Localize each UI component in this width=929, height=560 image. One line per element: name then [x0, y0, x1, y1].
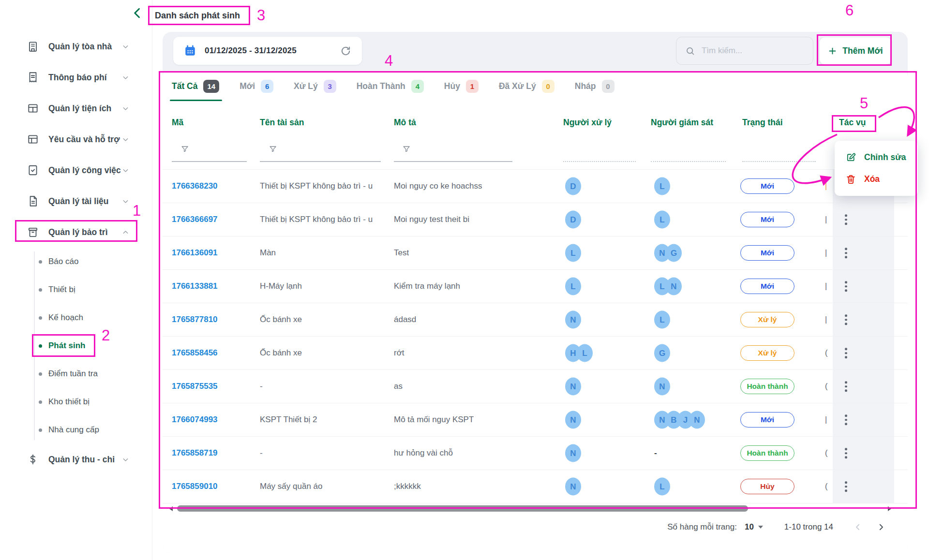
filter-input-status[interactable]	[742, 161, 816, 162]
search-input[interactable]	[702, 46, 798, 56]
row-code-link[interactable]: 1765858719	[172, 448, 218, 458]
rows-per-page-select[interactable]: 10	[745, 522, 763, 532]
horizontal-scrollbar[interactable]	[163, 505, 908, 513]
row-truncated-text: (	[825, 449, 827, 457]
row-description: rớt	[394, 348, 405, 358]
sidebar-subitem-kho-thiet-bi[interactable]: Kho thiết bị	[0, 388, 152, 416]
row-asset: -	[260, 382, 263, 391]
back-icon[interactable]	[131, 6, 145, 21]
sidebar-subitem-phat-sinh[interactable]: Phát sinh	[0, 332, 152, 360]
filter-input-handler[interactable]	[563, 161, 636, 162]
avatar: N	[666, 278, 682, 295]
table-icon	[27, 102, 39, 115]
sidebar-subitem-ke-hoach[interactable]: Kế hoạch	[0, 304, 152, 332]
bullet-icon	[39, 372, 42, 376]
tab-hoan-thanh[interactable]: Hoàn Thành4	[357, 71, 424, 101]
money-icon	[27, 453, 39, 466]
calendar-icon	[184, 44, 196, 57]
row-handlers: N	[565, 311, 581, 329]
row-code-link[interactable]: 1766366697	[172, 215, 218, 224]
row-code-link[interactable]: 1766074993	[172, 415, 218, 425]
sidebar-subitem-bao-cao[interactable]: Báo cáo	[0, 248, 152, 276]
row-context-menu: Chỉnh sửa Xóa	[835, 141, 918, 196]
row-code-link[interactable]: 1765875535	[172, 382, 218, 391]
sidebar-subitem-thiet-bi[interactable]: Thiết bị	[0, 276, 152, 304]
sidebar-item-quan-ly-tien-ich[interactable]: Quản lý tiện ích	[0, 93, 152, 124]
row-actions-kebab-button[interactable]	[843, 346, 849, 360]
row-actions-kebab-button[interactable]	[843, 312, 849, 327]
row-code-link[interactable]: 1765859010	[172, 482, 218, 491]
row-actions-kebab-button[interactable]	[843, 446, 849, 460]
row-truncated-text: |	[825, 215, 827, 224]
row-supervisors: L	[654, 311, 670, 329]
tab-xu-ly[interactable]: Xử Lý3	[294, 71, 336, 101]
column-header-status: Trạng thái	[742, 118, 783, 128]
sidebar-item-quan-ly-thu-chi[interactable]: Quản lý thu - chi	[0, 444, 152, 475]
search-box[interactable]	[676, 37, 813, 65]
row-actions-kebab-button[interactable]	[843, 479, 849, 494]
pagination-range: 1-10 trong 14	[784, 522, 833, 532]
sidebar-item-thong-bao-phi[interactable]: Thông báo phí	[0, 62, 152, 93]
row-description: as	[394, 382, 403, 391]
table-row: 1766368230Thiết bị KSPT không bảo trì - …	[163, 169, 908, 203]
filter-input-asset[interactable]	[260, 161, 381, 162]
filter-input-desc[interactable]	[394, 161, 512, 162]
tab-moi[interactable]: Mới6	[240, 71, 273, 101]
sidebar-subitem-nha-cung-cap[interactable]: Nhà cung cấp	[0, 416, 152, 444]
page-next-icon[interactable]	[877, 523, 885, 531]
tab-tat-ca[interactable]: Tất Cả14	[172, 71, 219, 101]
context-menu-delete[interactable]: Xóa	[835, 168, 918, 190]
row-code-link[interactable]: 1766368230	[172, 181, 218, 191]
tab-huy[interactable]: Hủy1	[444, 71, 479, 101]
filter-funnel-icon[interactable]	[180, 145, 190, 156]
sidebar-subitem-label: Báo cáo	[48, 257, 78, 266]
sidebar: Quản lý tòa nhàThông báo phíQuản lý tiện…	[0, 0, 152, 560]
archive-icon	[27, 226, 39, 238]
row-status: Mới	[740, 245, 794, 261]
rows-per-page-value: 10	[745, 522, 754, 532]
filter-input-code[interactable]	[172, 161, 247, 162]
avatar: L	[654, 177, 670, 195]
refresh-icon[interactable]	[340, 45, 351, 57]
row-status: Mới	[740, 279, 794, 294]
sidebar-subitem-diem-tuan-tra[interactable]: Điểm tuần tra	[0, 360, 152, 388]
actions-column-background	[833, 303, 894, 336]
table-row: 1766366697Thiết bị KSPT không bảo trì - …	[163, 203, 908, 236]
actions-column-background	[833, 270, 894, 303]
sidebar-item-yeu-cau-va-ho-tro[interactable]: Yêu cầu và hỗ trợ	[0, 124, 152, 155]
filter-funnel-icon[interactable]	[402, 145, 411, 156]
sidebar-submenu: Báo cáoThiết bịKế hoạchPhát sinhĐiểm tuầ…	[0, 248, 152, 444]
avatar: N	[565, 411, 581, 429]
row-actions-kebab-button[interactable]	[843, 279, 849, 294]
row-actions-kebab-button[interactable]	[843, 413, 849, 427]
sidebar-item-quan-ly-toa-nha[interactable]: Quản lý tòa nhà	[0, 31, 152, 62]
avatar: N	[689, 411, 705, 429]
row-code-link[interactable]: 1765877810	[172, 315, 218, 324]
bullet-icon	[39, 316, 42, 320]
column-header-desc: Mô tả	[394, 118, 416, 128]
scrollbar-thumb[interactable]	[177, 505, 748, 512]
context-menu-edit[interactable]: Chỉnh sửa	[835, 147, 918, 168]
row-actions-kebab-button[interactable]	[843, 246, 849, 260]
row-status: Hoàn thành	[740, 379, 794, 394]
scroll-left-icon[interactable]	[169, 506, 173, 511]
sidebar-item-quan-ly-tai-lieu[interactable]: Quản lý tài liệu	[0, 186, 152, 217]
row-supervisors: -	[654, 448, 657, 458]
scroll-right-icon[interactable]	[888, 506, 891, 511]
row-code-link[interactable]: 1766136091	[172, 248, 218, 258]
date-range-picker[interactable]: 01/12/2025 - 31/12/2025	[173, 37, 362, 65]
tab-da-xu-ly[interactable]: Đã Xử Lý0	[499, 71, 554, 101]
row-actions-kebab-button[interactable]	[843, 212, 849, 227]
row-code-link[interactable]: 1765858456	[172, 348, 218, 358]
status-badge: Hoàn thành	[740, 379, 794, 394]
row-actions-kebab-button[interactable]	[843, 379, 849, 394]
add-new-button[interactable]: Thêm Mới	[819, 37, 892, 65]
sidebar-item-quan-ly-cong-viec[interactable]: Quản lý công việc	[0, 155, 152, 186]
row-code-link[interactable]: 1766133881	[172, 281, 218, 291]
filter-funnel-icon[interactable]	[269, 145, 278, 156]
sidebar-item-quan-ly-bao-tri[interactable]: Quản lý bảo trì	[0, 217, 152, 248]
tab-nhap[interactable]: Nháp0	[575, 71, 614, 101]
avatar: N	[565, 311, 581, 329]
page-previous-icon[interactable]	[854, 523, 862, 531]
filter-input-supervisor[interactable]	[651, 161, 726, 162]
